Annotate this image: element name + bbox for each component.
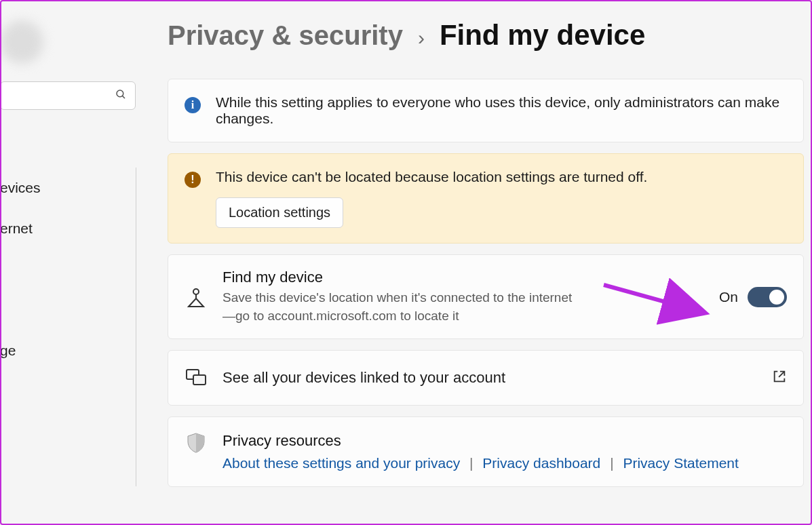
svg-rect-4 [193,375,206,385]
shield-icon [185,432,208,454]
privacy-statement-link[interactable]: Privacy Statement [623,455,738,471]
profile-area [0,0,136,75]
divider: | [464,455,478,471]
divider: | [604,455,619,471]
nav-item-storage[interactable]: ge [0,330,136,371]
resources-title: Privacy resources [223,432,739,450]
find-my-device-toggle[interactable] [748,287,787,307]
setting-title: Find my device [223,269,704,286]
resources-links: About these settings and your privacy | … [223,455,739,471]
about-settings-link[interactable]: About these settings and your privacy [223,455,460,471]
breadcrumb: Privacy & security › Find my device [168,19,804,52]
privacy-resources-card: Privacy resources About these settings a… [168,416,804,487]
linked-devices-text: See all your devices linked to your acco… [223,369,757,387]
nav-item-devices[interactable]: evices [0,168,136,208]
info-banner-text: While this setting applies to everyone w… [216,94,787,127]
sidebar: evices ernet ge [0,0,139,525]
nav-item-label: ernet [0,220,33,237]
privacy-dashboard-link[interactable]: Privacy dashboard [482,455,600,471]
nav-item[interactable] [0,290,136,330]
devices-icon [185,368,208,387]
nav-item-label: ge [0,343,16,359]
svg-point-0 [117,90,123,97]
chevron-right-icon: › [418,26,425,50]
location-pin-icon [185,286,208,308]
warning-banner-text: This device can't be located because loc… [216,169,647,185]
search-input[interactable] [0,81,136,110]
page-title: Find my device [440,19,645,52]
setting-description: Save this device's location when it's co… [223,289,575,325]
nav-item-label: evices [0,180,41,196]
linked-devices-card[interactable]: See all your devices linked to your acco… [168,350,804,406]
find-my-device-card: Find my device Save this device's locati… [168,254,804,339]
nav-list: evices ernet ge [0,168,136,486]
location-settings-button[interactable]: Location settings [216,197,343,228]
toggle-knob [769,290,784,305]
info-icon: i [185,97,201,113]
avatar [0,20,43,64]
external-link-icon [772,369,787,387]
warning-banner: ! This device can't be located because l… [168,153,804,244]
warning-icon: ! [185,172,201,188]
search-icon [115,88,127,103]
nav-item[interactable] [0,249,136,290]
info-banner: i While this setting applies to everyone… [168,79,804,142]
nav-item-ethernet[interactable]: ernet [0,208,136,249]
svg-line-1 [122,96,125,98]
main-content: Privacy & security › Find my device i Wh… [139,0,812,525]
breadcrumb-parent[interactable]: Privacy & security [168,20,403,51]
toggle-state-label: On [719,289,738,305]
svg-point-2 [193,289,199,294]
